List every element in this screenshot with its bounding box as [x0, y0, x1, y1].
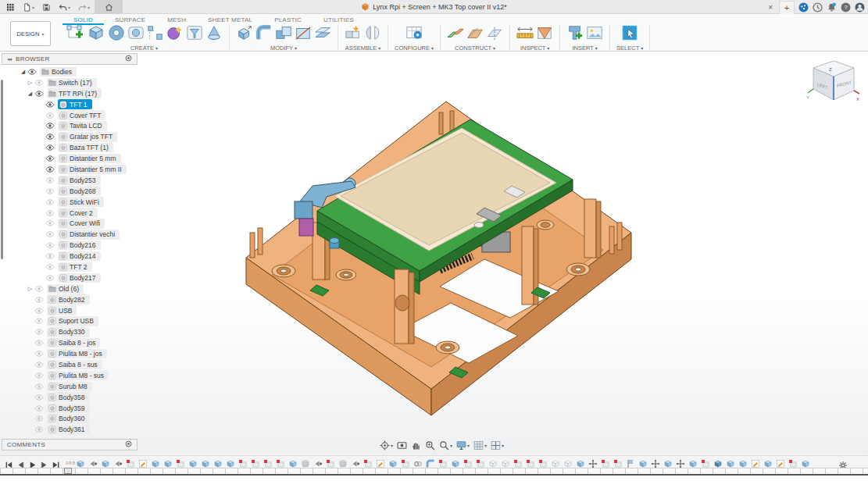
visibility-eye-icon[interactable] [45, 100, 56, 109]
tree-item-switch-17-[interactable]: ▷Switch (17) [26, 77, 138, 88]
tree-item-label[interactable]: USB [47, 305, 77, 315]
fillet-button[interactable] [255, 24, 273, 45]
tree-item-saiba-8-sus[interactable]: Saiba 8 - sus [34, 359, 138, 370]
group-label-configure[interactable]: CONFIGURE ▾ [395, 45, 434, 52]
plane-pair-button[interactable] [447, 24, 464, 45]
tree-item-body361[interactable]: Body361 [34, 424, 138, 435]
plane-angle-button[interactable] [466, 24, 484, 45]
notifications-button[interactable] [827, 2, 837, 12]
tree-item-surub-m8[interactable]: Surub M8 [34, 381, 138, 392]
close-tab-icon[interactable]: × [766, 3, 775, 12]
tree-item-piulita-m8-jos[interactable]: Piulita M8 - jos [34, 348, 138, 359]
fit-button[interactable]: ▾ [439, 440, 452, 451]
tree-caret-open[interactable]: ◢ [19, 69, 27, 75]
tree-item-label[interactable]: Cover Wifi [58, 219, 105, 229]
zoom-button[interactable] [425, 440, 435, 451]
tree-item-old-6-[interactable]: ▷Old (6) [26, 283, 138, 294]
tree-item-label[interactable]: Saiba 8 - jos [47, 338, 100, 348]
pattern-button[interactable] [147, 24, 164, 45]
tree-item-label[interactable]: Body358 [47, 392, 90, 402]
3d-model-assembly[interactable] [234, 94, 637, 422]
visibility-eye-icon[interactable] [34, 78, 45, 87]
visibility-eye-icon[interactable] [45, 122, 56, 130]
comments-options-icon[interactable] [125, 440, 132, 449]
tree-item-baza-tft-1-[interactable]: Baza TFT (1) [45, 142, 138, 153]
tree-item-body214[interactable]: Body214 [45, 251, 138, 262]
sweep-button[interactable] [127, 24, 145, 45]
tree-item-label[interactable]: Body361 [47, 425, 90, 435]
tree-item-label[interactable]: Cover 2 [58, 208, 98, 218]
tree-item-label[interactable]: Distantier 5 mm II [58, 165, 127, 175]
visibility-eye-icon[interactable] [45, 219, 56, 228]
tree-item-label[interactable]: Baza TFT (1) [58, 143, 113, 153]
tree-item-stick-wifi[interactable]: Stick WiFi [45, 197, 138, 208]
visibility-eye-icon[interactable] [45, 176, 56, 184]
visibility-eye-icon[interactable] [45, 111, 56, 119]
redo-button[interactable]: ▾ [75, 0, 93, 14]
new-tab-button[interactable]: + [779, 1, 795, 14]
group-label-create[interactable]: CREATE ▾ [130, 45, 158, 52]
undo-button[interactable]: ▾ [55, 0, 73, 14]
visibility-eye-icon[interactable] [34, 360, 45, 369]
viewports-button[interactable]: ▾ [491, 440, 504, 451]
create-sketch-button[interactable] [66, 23, 84, 45]
group-label-select[interactable]: SELECT ▾ [616, 45, 643, 52]
tree-item-cover-wifi[interactable]: Cover Wifi [45, 218, 138, 229]
tree-item-tft-2[interactable]: TFT 2 [45, 262, 138, 272]
visibility-eye-icon[interactable] [34, 317, 45, 326]
tree-item-label[interactable]: Body214 [58, 251, 101, 262]
app-grid-button[interactable] [3, 0, 18, 14]
timeline-ruler[interactable]: ⋮ [0, 468, 868, 474]
display-settings-button[interactable]: ▾ [456, 440, 470, 451]
visibility-eye-icon[interactable] [45, 273, 56, 282]
visibility-eye-icon[interactable] [34, 404, 45, 412]
tree-item-label[interactable]: Switch (17) [47, 78, 97, 88]
thicken-button[interactable] [186, 24, 203, 45]
tree-item-label[interactable]: Cover TFT [58, 110, 105, 120]
tree-item-distantier-5-mm[interactable]: Distantier 5 mm [45, 153, 138, 164]
section-button[interactable] [536, 24, 553, 45]
tree-item-label[interactable]: Body359 [47, 403, 90, 413]
visibility-eye-icon[interactable] [34, 371, 45, 379]
pan-button[interactable] [411, 440, 421, 451]
tree-item-label[interactable]: Saiba 8 - sus [47, 360, 102, 370]
tree-item-label[interactable]: Distantier 5 mm [58, 154, 121, 164]
insert-derive-button[interactable] [566, 24, 584, 45]
browser-options-icon[interactable] [125, 55, 132, 63]
tree-item-tavita-lcd[interactable]: Tavita LCD [45, 120, 138, 131]
home-tab[interactable] [95, 0, 123, 14]
visibility-eye-icon[interactable] [34, 350, 45, 358]
tree-item-label[interactable]: Body217 [58, 273, 101, 283]
visibility-eye-icon[interactable] [45, 133, 56, 141]
group-label-assemble[interactable]: ASSEMBLE ▾ [345, 45, 381, 52]
visibility-eye-icon[interactable] [34, 328, 45, 337]
tree-caret-closed[interactable]: ▷ [26, 80, 34, 86]
tree-item-label[interactable]: Tavita LCD [58, 121, 107, 131]
visibility-eye-icon[interactable] [34, 426, 45, 434]
collapse-panel-icon[interactable]: ◂◂ [7, 56, 11, 62]
joint-button[interactable] [364, 24, 381, 45]
grid-settings-button[interactable]: ▾ [473, 440, 487, 451]
group-label-modify[interactable]: MODIFY ▾ [270, 45, 297, 52]
tree-item-cover-tft[interactable]: Cover TFT [45, 110, 138, 121]
combine-button[interactable] [275, 24, 292, 45]
tree-item-tft-1[interactable]: TFT 1 [45, 99, 138, 110]
form-button[interactable] [166, 24, 184, 45]
configuration-button[interactable] [405, 24, 423, 45]
tree-item-label[interactable]: Suport USB [47, 316, 98, 326]
tree-item-body217[interactable]: Body217 [45, 272, 138, 283]
visibility-eye-icon[interactable] [45, 187, 56, 195]
tree-item-piulita-m8-sus[interactable]: Piulita M8 - sus [34, 370, 138, 381]
comments-header[interactable]: COMMENTS [2, 439, 138, 451]
tree-item-body358[interactable]: Body358 [34, 392, 138, 403]
look-at-button[interactable] [397, 440, 407, 451]
tree-item-label[interactable]: Body253 [58, 176, 101, 186]
tree-item-label[interactable]: Surub M8 [47, 382, 92, 392]
tree-item-label[interactable]: Piulita M8 - jos [47, 349, 107, 359]
select-box-button[interactable] [621, 24, 638, 45]
tree-item-label[interactable]: Bodies [40, 67, 77, 77]
tree-caret-closed[interactable]: ▷ [26, 286, 34, 292]
group-label-inspect[interactable]: INSPECT ▾ [520, 45, 549, 52]
split-button[interactable] [295, 24, 312, 45]
tree-item-distantier-5-mm-ii[interactable]: Distantier 5 mm II [45, 164, 138, 175]
